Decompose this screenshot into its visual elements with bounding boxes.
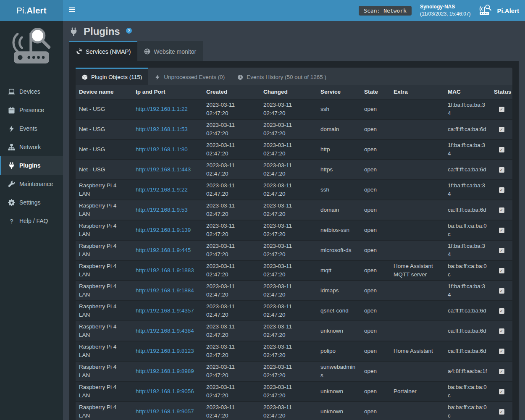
status-checkbox[interactable]: ✓ xyxy=(499,187,504,193)
status-checkbox[interactable]: ✓ xyxy=(499,248,504,253)
ip-port-link[interactable]: http://192.168.1.9:1883 xyxy=(136,267,194,273)
column-header-created[interactable]: Created xyxy=(203,85,260,99)
sidebar-item-maintenance[interactable]: Maintenance xyxy=(0,175,63,193)
column-header-mac[interactable]: MAC xyxy=(444,85,491,99)
mac-cell: 1f:ba:ff:ca:ba:34 xyxy=(444,139,491,160)
sidebar-item-label: Settings xyxy=(19,199,41,206)
created-cell: 2023-03-11 02:47:20 xyxy=(203,139,260,160)
status-checkbox[interactable]: ✓ xyxy=(499,328,504,334)
mac-cell: ca:ff:ff:ca:ba:6d xyxy=(444,341,491,361)
gear-icon xyxy=(8,199,15,206)
extra-cell xyxy=(390,361,444,381)
sidebar-item-network[interactable]: Network xyxy=(0,138,63,156)
status-cell: ✓ xyxy=(491,160,512,180)
changed-cell: 2023-03-11 02:47:20 xyxy=(260,381,317,402)
ip-port-cell: http://192.168.1.9:9056 xyxy=(132,381,203,402)
sidebar-item-label: Events xyxy=(19,125,37,132)
status-checkbox[interactable]: ✓ xyxy=(499,369,504,374)
column-header-device-name[interactable]: Device name xyxy=(76,85,132,99)
tab-website-monitor[interactable]: Website monitor xyxy=(137,41,203,61)
svg-text:?: ? xyxy=(10,218,13,224)
extra-cell xyxy=(390,402,444,420)
ip-port-link[interactable]: http://192.168.1.9:22 xyxy=(136,186,188,193)
ip-port-link[interactable]: http://192.168.1.1:80 xyxy=(136,146,188,152)
status-checkbox[interactable]: ✓ xyxy=(499,127,504,132)
sidebar-item-settings[interactable]: Settings xyxy=(0,193,63,212)
mac-cell: ca:ff:ff:ca:ba:6d xyxy=(444,321,491,341)
ip-port-cell: http://192.168.1.9:8989 xyxy=(132,361,203,381)
sidebar-toggle-button[interactable] xyxy=(63,0,81,21)
ip-port-link[interactable]: http://192.168.1.9:445 xyxy=(136,247,191,253)
service-cell: unknown xyxy=(317,321,361,341)
column-header-ip-and-port[interactable]: Ip and Port xyxy=(132,85,203,99)
subtab-events-history[interactable]: Events History (50 out of 1265 ) xyxy=(231,68,333,85)
status-cell: ✓ xyxy=(491,402,512,420)
ip-port-link[interactable]: http://192.168.1.9:139 xyxy=(136,227,191,233)
created-cell: 2023-03-11 02:47:20 xyxy=(203,160,260,180)
status-checkbox[interactable]: ✓ xyxy=(499,308,504,314)
status-checkbox[interactable]: ✓ xyxy=(499,228,504,233)
router-magnifier-logo xyxy=(0,21,63,76)
question-icon: ? xyxy=(8,218,15,225)
ip-port-link[interactable]: http://192.168.1.9:8989 xyxy=(136,368,194,374)
status-checkbox[interactable]: ✓ xyxy=(499,147,504,152)
status-checkbox[interactable]: ✓ xyxy=(499,409,504,415)
status-cell: ✓ xyxy=(491,200,512,220)
status-checkbox[interactable]: ✓ xyxy=(499,268,504,273)
subtab-unprocessed-events[interactable]: Unprocessed Events (0) xyxy=(148,68,231,85)
column-header-service[interactable]: Service xyxy=(317,85,361,99)
device-name-cell: Raspberry Pi 4 LAN xyxy=(76,381,132,402)
status-checkbox[interactable]: ✓ xyxy=(499,167,504,173)
sidebar-item-devices[interactable]: Devices xyxy=(0,82,63,101)
ip-port-link[interactable]: http://192.168.1.9:8123 xyxy=(136,348,194,354)
plugin-tab-content: Plugin Objects (115)Unprocessed Events (… xyxy=(69,61,519,420)
status-checkbox[interactable]: ✓ xyxy=(499,389,504,394)
ip-port-link[interactable]: http://192.168.1.1:443 xyxy=(136,166,191,173)
status-checkbox[interactable]: ✓ xyxy=(499,288,504,294)
service-cell: mqtt xyxy=(317,260,361,281)
plugin-tabs: Services (NMAP)Website monitor xyxy=(69,41,519,61)
ip-port-link[interactable]: http://192.168.1.1:22 xyxy=(136,106,188,112)
ip-port-link[interactable]: http://192.168.1.9:9057 xyxy=(136,408,194,415)
sidebar: DevicesPresenceEventsNetworkPluginsMaint… xyxy=(0,21,63,420)
ip-port-link[interactable]: http://192.168.1.1:53 xyxy=(136,126,188,132)
created-cell: 2023-03-11 02:47:20 xyxy=(203,200,260,220)
app-logo[interactable]: Pi.Alert xyxy=(0,0,63,21)
tab-services-nmap[interactable]: Services (NMAP) xyxy=(69,41,137,61)
ip-port-link[interactable]: http://192.168.1.9:4384 xyxy=(136,328,194,334)
status-checkbox[interactable]: ✓ xyxy=(499,107,504,112)
mac-cell: 1f:ba:ff:ca:ba:34 xyxy=(444,99,491,119)
status-checkbox[interactable]: ✓ xyxy=(499,207,504,213)
sidebar-item-events[interactable]: Events xyxy=(0,119,63,138)
sidebar-item-help-faq[interactable]: ?Help / FAQ xyxy=(0,212,63,230)
sidebar-item-presence[interactable]: Presence xyxy=(0,101,63,119)
table-header: Device nameIp and PortCreatedChangedServ… xyxy=(76,85,512,99)
ip-port-link[interactable]: http://192.168.1.9:9056 xyxy=(136,388,194,394)
state-cell: open xyxy=(361,321,390,341)
subtab-plugin-objects[interactable]: Plugin Objects (115) xyxy=(76,68,148,85)
ip-port-link[interactable]: http://192.168.1.9:53 xyxy=(136,207,188,213)
column-header-state[interactable]: State xyxy=(361,85,390,99)
object-tabs: Plugin Objects (115)Unprocessed Events (… xyxy=(76,68,512,85)
sidebar-item-plugins[interactable]: Plugins xyxy=(0,156,63,175)
ip-port-cell: http://192.168.1.9:139 xyxy=(132,220,203,240)
extra-cell xyxy=(390,99,444,119)
ip-port-link[interactable]: http://192.168.1.9:1884 xyxy=(136,287,194,294)
column-header-status[interactable]: Status xyxy=(491,85,512,99)
table-row: Raspberry Pi 4 LANhttp://192.168.1.9:139… xyxy=(76,220,512,240)
mac-cell: ca:ff:ff:ca:ba:6d xyxy=(444,200,491,220)
extra-cell xyxy=(390,220,444,240)
navbar-brand[interactable]: Pi.Alert xyxy=(479,4,519,17)
help-badge[interactable]: ? xyxy=(126,28,132,34)
ip-port-link[interactable]: http://192.168.1.9:4357 xyxy=(136,307,194,314)
mac-cell: 1f:ba:ff:ca:ba:34 xyxy=(444,240,491,260)
service-cell: microsoft-ds xyxy=(317,240,361,260)
column-header-changed[interactable]: Changed xyxy=(260,85,317,99)
device-name-cell: Net - USG xyxy=(76,99,132,119)
wrench-icon xyxy=(8,181,15,188)
mac-cell: ba:ba:ff:ca:ba:0c xyxy=(444,220,491,240)
column-header-extra[interactable]: Extra xyxy=(390,85,444,99)
status-checkbox[interactable]: ✓ xyxy=(499,349,504,354)
created-cell: 2023-03-11 02:47:20 xyxy=(203,321,260,341)
sidebar-item-label: Help / FAQ xyxy=(19,218,48,224)
